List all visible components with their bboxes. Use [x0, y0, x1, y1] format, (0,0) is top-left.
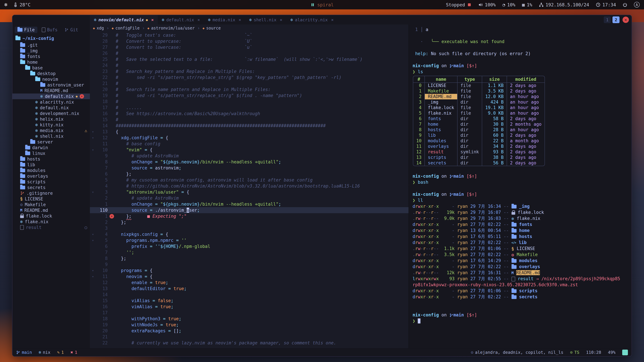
fold-indicator[interactable] [90, 280, 96, 286]
tree-item[interactable]: MREADME.md [12, 207, 90, 213]
fold-indicator[interactable] [90, 195, 96, 201]
tab-close-icon[interactable]: × [239, 17, 241, 22]
fold-indicator[interactable] [90, 111, 96, 117]
breadcrumb-item[interactable]: ◈source [202, 26, 221, 30]
fold-indicator[interactable] [90, 92, 96, 98]
tree-item[interactable]: flake.lock [12, 213, 90, 219]
editor[interactable]: 29# Toggle text's case: `~`28# Convert t… [90, 32, 408, 348]
fold-indicator[interactable]: ▾ [90, 237, 96, 243]
fold-indicator[interactable] [90, 74, 96, 80]
fold-indicator[interactable] [90, 86, 96, 92]
tree-item[interactable]: §LICENSE [12, 196, 90, 202]
tree-item[interactable]: ❄flake.nix [12, 219, 90, 225]
fold-indicator[interactable] [90, 298, 96, 304]
tree-item[interactable]: base [12, 65, 90, 71]
fold-indicator[interactable] [90, 98, 96, 105]
fold-indicator[interactable] [90, 141, 96, 147]
tree-item[interactable]: fonts [12, 54, 90, 59]
fold-indicator[interactable] [90, 316, 96, 322]
tree-item[interactable]: home [12, 59, 90, 65]
tree-item[interactable]: desktop [12, 71, 90, 76]
fold-indicator[interactable] [90, 334, 96, 340]
breadcrumb-item[interactable]: ◈astronvim/lua/user [148, 26, 195, 30]
fold-indicator[interactable] [90, 255, 96, 261]
tree-item[interactable]: ❄development.nix [12, 111, 90, 116]
tree-item[interactable]: MREADME.md [12, 88, 90, 93]
tree-item[interactable]: ❄default.nix [12, 105, 90, 111]
close-icon[interactable]: ✕ [622, 16, 629, 23]
tree-item[interactable]: lib [12, 162, 90, 168]
volume-widget[interactable]: 100% [478, 2, 496, 7]
fold-indicator[interactable] [90, 249, 96, 255]
fold-indicator[interactable] [90, 225, 96, 231]
fold-indicator[interactable] [90, 322, 96, 328]
tree-item[interactable]: ❄shell.nix [12, 133, 90, 139]
fold-indicator[interactable]: ▾ [90, 129, 96, 135]
fold-indicator[interactable] [90, 105, 96, 111]
service-status-widget[interactable]: Stopped [446, 2, 472, 7]
fold-indicator[interactable] [90, 44, 96, 50]
fold-indicator[interactable] [90, 310, 96, 316]
buffer-tab[interactable]: ❄media.nix× [204, 15, 245, 24]
fold-indicator[interactable] [90, 219, 96, 225]
breadcrumb-item[interactable]: ◈configFile [112, 26, 140, 30]
fold-indicator[interactable] [90, 171, 96, 177]
tree-item[interactable]: linux [12, 150, 90, 156]
fold-indicator[interactable] [90, 261, 96, 268]
tree-item[interactable]: result○ [12, 225, 90, 230]
keyboard-layout-indicator[interactable]: A [634, 2, 640, 7]
fold-indicator[interactable] [90, 201, 96, 207]
fold-indicator[interactable]: ▾ [90, 231, 96, 237]
disk-widget[interactable]: ◔ 10% [502, 2, 515, 7]
sidebar-tab-file[interactable]: File [15, 27, 38, 33]
tab-close-icon[interactable]: × [331, 17, 334, 22]
tree-item[interactable]: secrets [12, 185, 90, 190]
fold-indicator[interactable] [90, 165, 96, 171]
tree-item[interactable]: ❄default.nix●✕ [12, 93, 90, 99]
power-widget[interactable] [623, 2, 627, 7]
tree-item[interactable]: ❄kitty.nix [12, 122, 90, 128]
network-widget[interactable]: 192.168.5.100/24 [539, 2, 589, 7]
fold-indicator[interactable] [90, 207, 96, 213]
fold-indicator[interactable] [90, 213, 96, 219]
memory-widget[interactable]: ▦ 1% [522, 2, 532, 7]
tree-item[interactable]: ❄media.nix⚠ [12, 128, 90, 133]
tab-close-icon[interactable]: × [280, 17, 282, 22]
tree-item[interactable]: hosts [12, 156, 90, 162]
tree-item[interactable]: neovim [12, 76, 90, 82]
fold-indicator[interactable] [90, 286, 96, 292]
fold-indicator[interactable] [90, 117, 96, 123]
buffer-tab[interactable]: ❄shell.nix× [245, 15, 286, 24]
fold-indicator[interactable] [90, 38, 96, 44]
fold-indicator[interactable] [90, 159, 96, 165]
tree-item[interactable]: modules [12, 168, 90, 173]
tree-item[interactable]: server [12, 139, 90, 145]
tab-page-indicator[interactable]: 1 [604, 16, 611, 23]
fold-indicator[interactable] [90, 123, 96, 129]
fold-indicator[interactable] [90, 56, 96, 62]
nix-logo-icon[interactable]: ❄ [4, 2, 8, 7]
tree-item[interactable]: ❄helix.nix [12, 116, 90, 122]
tree-item[interactable]: .git [12, 42, 90, 48]
buffer-tab[interactable]: ❄alacritty.nix× [286, 15, 338, 24]
fold-indicator[interactable] [90, 50, 96, 56]
fold-indicator[interactable] [90, 243, 96, 249]
terminal-pane[interactable]: 1 │ a · ╰── executable was not found hel… [408, 24, 632, 348]
fold-indicator[interactable] [90, 68, 96, 74]
tree-item[interactable]: ⚙Makefile [12, 202, 90, 207]
fold-indicator[interactable]: ▾ [90, 135, 96, 141]
fold-indicator[interactable] [90, 304, 96, 310]
buffer-tab[interactable]: ❄default.nix× [158, 15, 204, 24]
clock-widget[interactable]: 17:34 [596, 2, 616, 7]
temperature-widget[interactable]: 28°C [13, 2, 30, 7]
buffer-tab[interactable]: ❄neovim/default.nix●× [90, 15, 158, 24]
fold-indicator[interactable]: ▾ [90, 189, 96, 195]
tab-close-icon[interactable]: × [151, 17, 154, 22]
tab-page-indicator[interactable]: 2 [612, 16, 620, 23]
fold-indicator[interactable] [90, 80, 96, 86]
tree-item[interactable]: _img [12, 48, 90, 54]
tree-root[interactable]: ~/nix-config [12, 34, 90, 42]
tree-item[interactable]: darwin [12, 145, 90, 150]
tree-item[interactable]: astronvim_user [12, 82, 90, 88]
fold-indicator[interactable] [90, 340, 96, 346]
